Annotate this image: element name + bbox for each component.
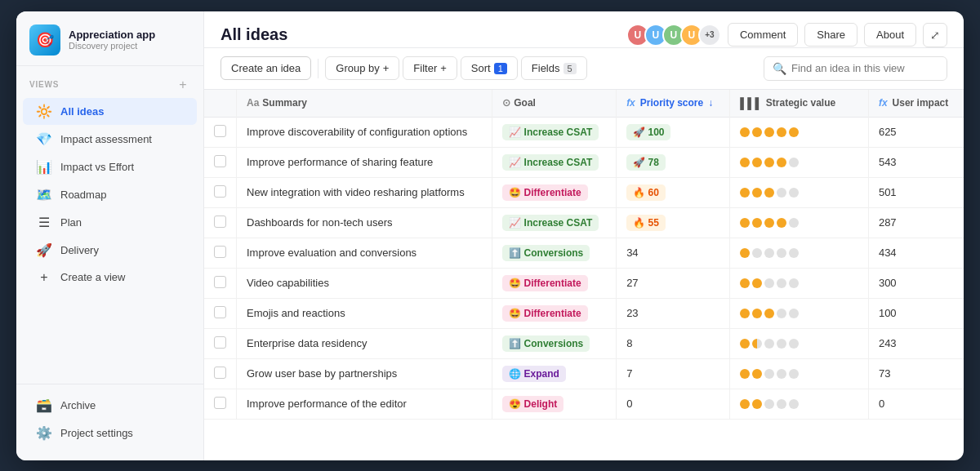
table-row[interactable]: Video capabilities🤩 Differentiate27300 [204,268,964,298]
row-checkbox[interactable] [204,117,237,147]
group-by-plus-icon: + [383,62,390,74]
col-header-goal[interactable]: ⊙ Goal [492,90,617,118]
page-title: All ideas [220,25,287,44]
sidebar-item-impact-assessment[interactable]: 💎 Impact assessment [23,126,197,153]
row-goal: 🌐 Expand [492,358,617,389]
dot-empty [777,248,786,258]
row-strategic-value [730,268,869,298]
col-header-strategic[interactable]: ▌▌▌ Strategic value [730,90,869,118]
sidebar-item-impact-vs-effort[interactable]: 📊 Impact vs Effort [23,153,197,180]
row-checkbox[interactable] [204,147,237,177]
dot-empty [752,339,762,349]
sort-count: 1 [494,63,507,74]
row-checkbox[interactable] [204,328,237,358]
sort-button[interactable]: Sort 1 [461,56,518,80]
dot-filled [764,309,774,318]
comment-button[interactable]: Comment [728,23,798,47]
dot-filled [764,188,774,198]
row-summary: Enterprise data residency [237,328,492,358]
fields-button[interactable]: Fields 5 [521,56,587,80]
row-checkbox[interactable] [204,238,237,268]
goal-badge: ⬆️ Conversions [502,335,590,352]
filter-plus-icon: + [440,62,447,74]
col-header-summary[interactable]: Aa Summary [237,90,492,118]
dot-empty [764,339,774,349]
sidebar-item-plan[interactable]: ☰ Plan [23,209,197,236]
table-row[interactable]: Improve discoverability of configuration… [204,117,964,147]
main-content: All ideas U U U U +3 Comment Share About… [204,11,964,460]
row-summary: Improve evaluation and conversions [237,238,492,268]
row-checkbox[interactable] [204,268,237,298]
priority-badge: 🔥 60 [626,184,666,201]
sidebar-item-project-settings[interactable]: ⚙️ Project settings [23,420,197,447]
table-row[interactable]: Grow user base by partnerships🌐 Expand77… [204,358,964,389]
table-row[interactable]: Improve performance of the editor😍 Delig… [204,389,964,419]
group-by-button[interactable]: Group by + [325,56,399,80]
row-goal: 📈 Increase CSAT [492,207,617,238]
row-user-impact: 100 [868,298,964,328]
strategic-dots [740,158,858,167]
toolbar-search[interactable]: 🔍 [764,56,947,81]
dot-filled [740,309,750,318]
row-user-impact: 434 [868,238,964,268]
col-header-impact[interactable]: fx User impact [868,90,964,118]
filter-button[interactable]: Filter + [403,56,457,80]
row-priority: 34 [617,238,730,268]
create-idea-button[interactable]: Create an idea [220,56,311,80]
dot-filled [777,158,786,167]
row-goal: 😍 Delight [492,389,617,419]
row-strategic-value [730,298,869,328]
dot-filled [752,218,762,228]
sidebar-item-create-view[interactable]: + Create a view [23,264,197,291]
search-input[interactable] [791,62,938,74]
roadmap-icon: 🗺️ [36,187,52,202]
about-button[interactable]: About [864,23,916,47]
row-user-impact: 0 [868,389,964,419]
col-header-priority[interactable]: fx Priority score ↓ [617,90,730,118]
sidebar-header: 🎯 Appreciation app Discovery project [16,11,203,66]
app-logo: 🎯 [29,24,60,56]
row-goal: ⬆️ Conversions [492,328,617,358]
sidebar-item-all-ideas[interactable]: 🔆 All ideas [23,98,197,125]
dot-empty [789,218,799,228]
row-checkbox[interactable] [204,207,237,238]
avatar-group: U U U U +3 [626,24,721,47]
dot-filled [752,309,762,318]
row-strategic-value [730,117,869,147]
row-checkbox[interactable] [204,298,237,328]
sidebar-item-delivery[interactable]: 🚀 Delivery [23,237,197,264]
strategic-dots [740,369,858,379]
table-row[interactable]: New integration with video resharing pla… [204,177,964,207]
add-view-button[interactable]: + [176,78,190,92]
dot-filled [764,158,774,167]
dot-empty [777,399,786,409]
fields-label: Fields [532,62,560,74]
dot-filled [777,218,786,228]
row-checkbox[interactable] [204,177,237,207]
dot-filled [740,158,750,167]
table-row[interactable]: Emojis and reactions🤩 Differentiate23100 [204,298,964,328]
create-view-icon: + [36,270,52,285]
impact-fx-icon: fx [879,97,888,109]
table-row[interactable]: Dashboards for non-tech users📈 Increase … [204,207,964,238]
row-strategic-value [730,358,869,389]
sidebar-item-archive[interactable]: 🗃️ Archive [23,392,197,419]
row-checkbox[interactable] [204,389,237,419]
table-row[interactable]: Improve performance of sharing feature📈 … [204,147,964,177]
table-row[interactable]: Enterprise data residency⬆️ Conversions8… [204,328,964,358]
row-strategic-value [730,177,869,207]
row-user-impact: 300 [868,268,964,298]
row-goal: 🤩 Differentiate [492,177,617,207]
expand-button[interactable]: ⤢ [923,23,947,47]
sidebar-item-roadmap[interactable]: 🗺️ Roadmap [23,181,197,208]
table-row[interactable]: Improve evaluation and conversions⬆️ Con… [204,238,964,268]
priority-fx-icon: fx [626,97,635,109]
row-goal: ⬆️ Conversions [492,238,617,268]
dot-empty [777,278,786,288]
goal-badge: ⬆️ Conversions [502,245,590,261]
share-button[interactable]: Share [804,23,858,47]
dot-filled [752,158,762,167]
row-checkbox[interactable] [204,358,237,389]
sidebar-item-label-project-settings: Project settings [60,427,133,439]
row-user-impact: 501 [868,177,964,207]
